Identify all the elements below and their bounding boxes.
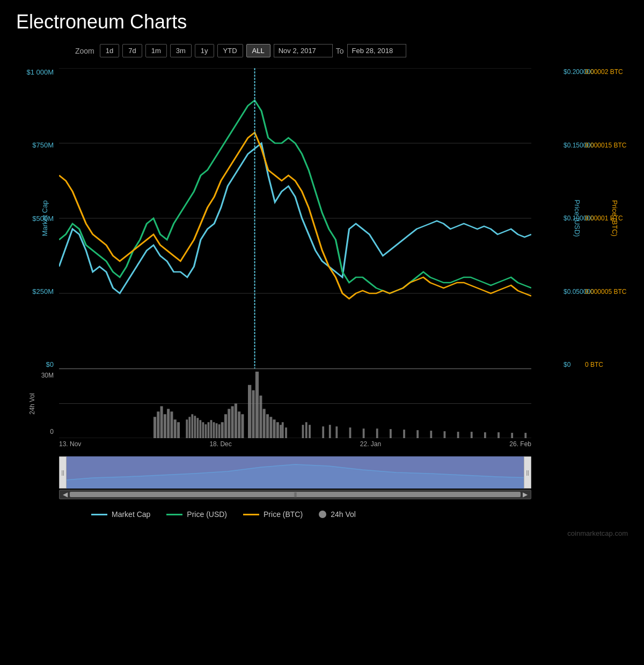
svg-rect-53 [497, 432, 500, 438]
to-label: To [336, 47, 344, 55]
x-label-nov: 13. Nov [59, 440, 81, 448]
vol-chart-area: 24h Vol 30M 0 [59, 368, 531, 438]
svg-rect-18 [224, 414, 227, 438]
svg-rect-68 [218, 424, 221, 438]
zoom-1m[interactable]: 1m [145, 44, 167, 57]
legend-label-vol: 24h Vol [331, 510, 356, 519]
scroll-left-arrow[interactable]: ◀ [63, 491, 68, 498]
svg-rect-66 [213, 422, 215, 438]
svg-rect-23 [241, 414, 244, 438]
svg-rect-10 [157, 411, 159, 438]
page-title: Electroneum Charts [16, 11, 633, 33]
zoom-label: Zoom [75, 47, 94, 55]
svg-rect-62 [202, 422, 204, 438]
zoom-3m[interactable]: 3m [170, 44, 192, 57]
svg-rect-55 [524, 433, 526, 438]
y-axis-left-label: Market Cap [41, 200, 49, 236]
svg-rect-17 [221, 422, 224, 438]
svg-rect-36 [302, 425, 304, 438]
svg-rect-13 [167, 409, 170, 438]
legend-line-pricebtc [243, 514, 259, 515]
svg-rect-30 [269, 417, 272, 438]
svg-rect-26 [255, 372, 259, 438]
navigator-handle-left[interactable]: || [59, 456, 67, 489]
y-axis-left: $1 000M $750M $500M $250M $0 [16, 68, 56, 368]
from-date-input[interactable] [274, 44, 333, 57]
zoom-all[interactable]: ALL [246, 44, 270, 57]
svg-rect-39 [322, 426, 324, 438]
svg-rect-34 [282, 422, 284, 438]
svg-rect-63 [205, 424, 207, 438]
svg-rect-21 [235, 404, 237, 439]
zoom-7d[interactable]: 7d [122, 44, 142, 57]
svg-rect-25 [252, 390, 255, 438]
svg-rect-29 [266, 414, 269, 438]
navigator-scrollbar[interactable]: ◀ ||| ▶ [59, 490, 531, 499]
navigator-handle-right[interactable]: || [524, 456, 531, 489]
navigator-background: || || [59, 456, 531, 489]
vol-chart-svg [59, 369, 531, 438]
svg-rect-52 [484, 432, 486, 438]
svg-rect-61 [199, 420, 201, 438]
svg-rect-67 [216, 423, 218, 438]
scroll-right-arrow[interactable]: ▶ [523, 491, 528, 498]
legend-item-priceusd: Price (USD) [166, 510, 227, 519]
zoom-ytd[interactable]: YTD [217, 44, 243, 57]
svg-rect-59 [194, 416, 196, 438]
svg-rect-28 [263, 409, 266, 438]
legend-line-priceusd [166, 514, 182, 515]
svg-rect-41 [335, 426, 338, 438]
svg-rect-14 [170, 411, 173, 438]
x-label-jan: 22. Jan [360, 440, 381, 448]
svg-rect-9 [153, 417, 156, 438]
svg-rect-27 [259, 396, 262, 438]
svg-rect-24 [248, 385, 251, 438]
legend-label-marketcap: Market Cap [112, 510, 150, 519]
x-label-dec: 18. Dec [209, 440, 231, 448]
svg-rect-37 [305, 422, 308, 438]
svg-rect-46 [403, 430, 405, 438]
legend-item-vol: 24h Vol [319, 510, 356, 519]
svg-rect-58 [191, 414, 193, 438]
svg-rect-64 [208, 422, 210, 438]
svg-rect-38 [309, 425, 311, 438]
legend-label-priceusd: Price (USD) [187, 510, 227, 519]
svg-rect-65 [210, 420, 213, 438]
main-chart-svg [59, 68, 531, 368]
scroll-thumb[interactable]: ||| [70, 492, 521, 497]
svg-rect-42 [349, 427, 352, 438]
legend-label-pricebtc: Price (BTC) [264, 510, 303, 519]
svg-rect-35 [285, 427, 287, 438]
y-axis-right-btc-label: Price (BTC) [611, 200, 619, 237]
svg-rect-57 [188, 417, 191, 438]
svg-rect-15 [174, 419, 177, 438]
svg-rect-43 [363, 428, 365, 438]
svg-rect-56 [186, 419, 188, 438]
svg-rect-20 [231, 406, 234, 438]
legend-circle-vol [319, 511, 326, 518]
vol-y-axis: 30M 0 [19, 369, 56, 438]
svg-rect-60 [196, 418, 199, 438]
svg-rect-11 [160, 406, 163, 438]
main-chart-area: $1 000M $750M $500M $250M $0 Market Cap … [59, 68, 531, 368]
zoom-1d[interactable]: 1d [100, 44, 119, 57]
legend-line-marketcap [91, 514, 107, 515]
x-axis: 13. Nov 18. Dec 22. Jan 26. Feb [59, 440, 531, 448]
watermark: coinmarketcap.com [11, 529, 628, 537]
svg-rect-51 [471, 432, 473, 438]
svg-rect-50 [457, 432, 459, 438]
svg-rect-16 [177, 422, 180, 438]
y-axis-right-usd-label: Price (USD) [573, 200, 581, 237]
svg-rect-54 [511, 433, 513, 438]
svg-rect-45 [390, 429, 392, 438]
zoom-1y[interactable]: 1y [195, 44, 214, 57]
svg-rect-48 [430, 431, 432, 438]
legend-item-pricebtc: Price (BTC) [243, 510, 303, 519]
svg-rect-33 [280, 425, 282, 438]
svg-rect-47 [416, 430, 419, 438]
x-label-feb: 26. Feb [509, 440, 531, 448]
svg-rect-31 [273, 419, 276, 438]
svg-rect-44 [376, 428, 378, 438]
scroll-thumb-lines: ||| [294, 492, 297, 498]
to-date-input[interactable] [347, 44, 406, 57]
